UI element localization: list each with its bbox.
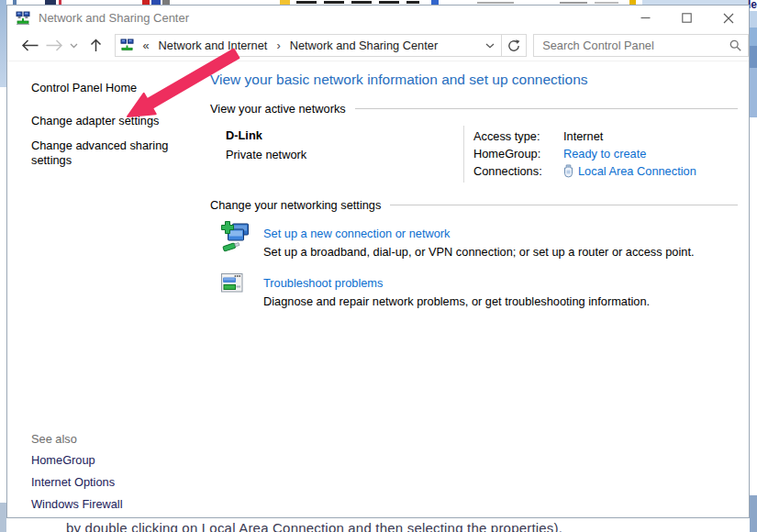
address-dropdown-chevron-icon[interactable] <box>485 43 495 49</box>
up-button[interactable] <box>84 39 108 52</box>
section-divider-line <box>390 205 738 205</box>
page-title: View your basic network information and … <box>210 72 738 88</box>
connections-label: Connections: <box>473 164 563 178</box>
sidebar-item-homegroup[interactable]: HomeGroup <box>31 453 123 467</box>
recent-pages-chevron-icon[interactable] <box>66 43 83 49</box>
network-name: D-Link <box>226 128 463 142</box>
sidebar-item-control-panel-home[interactable]: Control Panel Home <box>31 81 210 94</box>
troubleshoot-icon <box>221 271 252 308</box>
sidebar-item-internet-options[interactable]: Internet Options <box>31 475 123 489</box>
active-networks-section-header: View your active networks <box>210 102 738 116</box>
local-area-connection-link[interactable]: Local Area Connection <box>563 164 696 178</box>
access-type-value: Internet <box>563 129 603 143</box>
search-box <box>533 34 749 57</box>
refresh-button[interactable] <box>502 34 527 57</box>
troubleshoot-text: Troubleshoot problems Diagnose and repai… <box>263 271 650 308</box>
breadcrumb-item-network-and-sharing-center[interactable]: Network and Sharing Center <box>287 37 440 54</box>
network-app-icon <box>16 11 30 26</box>
breadcrumb-overflow-chevrons[interactable]: « <box>142 39 149 52</box>
detail-row-access-type: Access type: Internet <box>473 127 696 145</box>
window-controls <box>625 6 749 30</box>
setup-new-connection-text: Set up a new connection or network Set u… <box>263 221 695 259</box>
ethernet-plug-icon <box>563 164 573 178</box>
back-button[interactable] <box>18 39 42 51</box>
sidebar-item-change-adapter-settings[interactable]: Change adapter settings <box>31 114 176 129</box>
new-connection-icon <box>221 221 252 259</box>
search-icon[interactable] <box>729 39 741 51</box>
sidebar: Control Panel Home Change adapter settin… <box>7 61 210 517</box>
troubleshoot-problems-link[interactable]: Troubleshoot problems <box>263 276 650 290</box>
forward-button[interactable] <box>42 39 66 51</box>
minimize-button[interactable] <box>625 6 666 30</box>
setup-new-connection-description: Set up a broadband, dial-up, or VPN conn… <box>263 245 695 259</box>
breadcrumb-separator-icon: › <box>276 39 280 52</box>
active-networks-section-title: View your active networks <box>210 102 346 116</box>
detail-row-homegroup: HomeGroup: Ready to create <box>473 145 696 162</box>
setup-new-connection-item: Set up a new connection or network Set u… <box>221 221 738 259</box>
navigation-bar: « Network and Internet › Network and Sha… <box>7 30 749 61</box>
network-type: Private network <box>226 148 463 161</box>
sidebar-item-windows-firewall[interactable]: Windows Firewall <box>31 497 123 511</box>
homegroup-label: HomeGroup: <box>473 147 563 161</box>
see-also-section: See also HomeGroup Internet Options Wind… <box>31 432 123 519</box>
window-content: Control Panel Home Change adapter settin… <box>7 61 749 517</box>
main-panel: View your basic network information and … <box>210 61 749 517</box>
vertical-divider <box>463 126 464 183</box>
breadcrumb-item-network-and-internet[interactable]: Network and Internet <box>156 37 271 54</box>
network-details: Access type: Internet HomeGroup: Ready t… <box>473 126 696 183</box>
troubleshoot-description: Diagnose and repair network problems, or… <box>263 294 650 308</box>
section-divider-line <box>355 108 738 109</box>
homegroup-ready-to-create-link[interactable]: Ready to create <box>563 147 646 161</box>
network-sharing-center-window: Network and Sharing Center <box>6 5 750 518</box>
see-also-title: See also <box>31 432 123 446</box>
networking-settings-section-header: Change your networking settings <box>210 198 738 212</box>
detail-row-connections: Connections: Local Area Connection <box>473 162 696 180</box>
window-title: Network and Sharing Center <box>39 11 189 25</box>
active-network-item: D-Link Private network Access type: Inte… <box>210 126 738 183</box>
networking-settings-section-title: Change your networking settings <box>210 198 381 212</box>
close-button[interactable] <box>707 6 749 30</box>
background-document-text: by double clicking on Local Area Connect… <box>66 520 562 532</box>
networking-settings-section: Change your networking settings <box>210 198 738 308</box>
title-bar: Network and Sharing Center <box>7 6 749 30</box>
breadcrumb-network-icon[interactable] <box>120 39 134 52</box>
setup-new-connection-link[interactable]: Set up a new connection or network <box>263 227 695 240</box>
troubleshoot-problems-item: Troubleshoot problems Diagnose and repai… <box>221 271 738 308</box>
breadcrumb: « Network and Internet › Network and Sha… <box>115 34 502 57</box>
search-input[interactable] <box>534 39 729 52</box>
maximize-button[interactable] <box>666 6 707 30</box>
local-area-connection-text: Local Area Connection <box>578 164 696 178</box>
sidebar-item-change-advanced-sharing-settings[interactable]: Change advanced sharing settings <box>31 139 176 169</box>
access-type-label: Access type: <box>473 129 563 143</box>
network-identity: D-Link Private network <box>210 126 463 183</box>
